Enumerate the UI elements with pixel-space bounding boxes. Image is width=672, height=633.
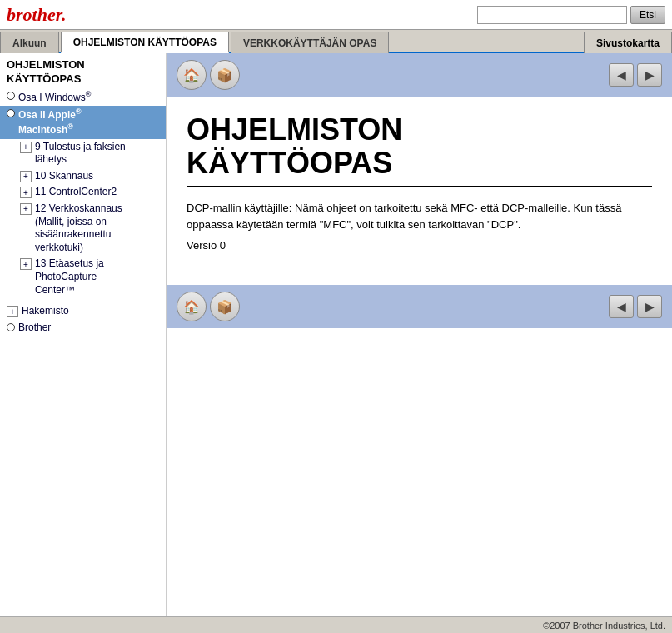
content-nav-bottom-right: ◀ ▶	[609, 295, 662, 318]
header: brother. Etsi	[0, 0, 672, 30]
prev-button-top[interactable]: ◀	[609, 63, 634, 87]
expand-plus-icon-11: +	[20, 187, 32, 198]
search-bar: Etsi	[75, 6, 665, 24]
toc-icon-bottom: 📦	[217, 299, 233, 315]
sidebar: OHJELMISTONKÄYTTÖOPAS Osa I Windows® Osa…	[0, 53, 167, 616]
expand-plus-icon-hakemisto: +	[7, 306, 18, 317]
sidebar-item-osa1[interactable]: Osa I Windows®	[0, 88, 166, 107]
home-button-bottom[interactable]: 🏠	[177, 292, 207, 321]
content-body: OHJELMISTONKÄYTTÖOPAS DCP-mallin käyttäj…	[167, 97, 672, 268]
toc-icon-top: 📦	[217, 67, 233, 83]
sidebar-item10-text: 10 Skannaus	[35, 170, 93, 183]
next-button-top[interactable]: ▶	[637, 63, 662, 87]
sidebar-item9-text: 9 Tulostus ja faksienlähetys	[35, 141, 126, 167]
bullet-closed-icon	[7, 109, 15, 117]
page-title: OHJELMISTONKÄYTTÖOPAS	[187, 113, 652, 187]
sidebar-item-10[interactable]: + 10 Skannaus	[0, 168, 166, 185]
expand-plus-icon-13: +	[20, 258, 32, 270]
main-layout: OHJELMISTONKÄYTTÖOPAS Osa I Windows® Osa…	[0, 53, 672, 616]
toc-button-top[interactable]: 📦	[210, 60, 240, 90]
sidebar-item-9[interactable]: + 9 Tulostus ja faksienlähetys	[0, 139, 166, 168]
sidebar-osa1-text: Osa I Windows®	[18, 90, 91, 105]
next-icon-bottom: ▶	[645, 300, 655, 313]
sidebar-item12-text: 12 Verkkoskannaus(Mallit, joissa onsisää…	[35, 202, 122, 254]
tab-verkko[interactable]: VERKKOKÄYTTÄJÄN OPAS	[231, 32, 389, 53]
content-nav-bottom: 🏠 📦 ◀ ▶	[167, 285, 672, 328]
content-nav-right-buttons: ◀ ▶	[609, 63, 662, 87]
home-icon-bottom: 🏠	[183, 299, 200, 315]
content-nav-top: 🏠 📦 ◀ ▶	[167, 53, 672, 97]
search-button[interactable]: Etsi	[630, 6, 665, 24]
expand-plus-icon-10: +	[20, 171, 32, 182]
sidebar-item-osa2[interactable]: Osa II Apple®Macintosh®	[0, 106, 166, 138]
expand-plus-icon-9: +	[20, 142, 32, 153]
sidebar-item-12[interactable]: + 12 Verkkoskannaus(Mallit, joissa onsis…	[0, 201, 166, 256]
footer: ©2007 Brother Industries, Ltd.	[0, 616, 672, 633]
logo: brother.	[7, 4, 67, 26]
sidebar-osa2-text: Osa II Apple®Macintosh®	[18, 107, 82, 137]
copyright-text: ©2007 Brother Industries, Ltd.	[543, 621, 665, 631]
sidebar-item-brother[interactable]: Brother	[0, 320, 166, 336]
bullet-open-icon	[7, 92, 15, 100]
sidebar-item-main-header[interactable]: OHJELMISTONKÄYTTÖOPAS	[0, 57, 166, 88]
sidebar-item11-text: 11 ControlCenter2	[35, 186, 117, 199]
prev-icon-bottom: ◀	[617, 300, 626, 313]
page-description: DCP-mallin käyttäjille: Nämä ohjeet on t…	[187, 200, 652, 232]
prev-button-bottom[interactable]: ◀	[609, 295, 634, 318]
expand-plus-icon-12: +	[20, 203, 32, 215]
sidebar-item13-text: 13 Etäasetus jaPhotoCaptureCenter™	[35, 257, 104, 297]
tab-alkuun[interactable]: Alkuun	[0, 32, 59, 53]
sivustokartta-link[interactable]: Sivustokartta	[584, 32, 672, 53]
home-icon-top: 🏠	[183, 67, 200, 83]
version-text: Versio 0	[187, 239, 652, 252]
sidebar-item-hakemisto[interactable]: + Hakemisto	[0, 303, 166, 320]
tab-ohjelmiston[interactable]: OHJELMISTON KÄYTTÖOPAS	[61, 32, 229, 53]
next-button-bottom[interactable]: ▶	[637, 295, 662, 318]
nav-tabs: Alkuun OHJELMISTON KÄYTTÖOPAS VERKKOKÄYT…	[0, 30, 672, 53]
sidebar-item-13[interactable]: + 13 Etäasetus jaPhotoCaptureCenter™	[0, 256, 166, 298]
sidebar-header-text: OHJELMISTONKÄYTTÖOPAS	[7, 58, 85, 87]
next-icon-top: ▶	[645, 68, 655, 82]
sidebar-brother-text: Brother	[18, 321, 51, 335]
home-button-top[interactable]: 🏠	[177, 60, 207, 90]
bullet-open-brother-icon	[7, 323, 15, 331]
sidebar-item-11[interactable]: + 11 ControlCenter2	[0, 184, 166, 201]
search-input[interactable]	[477, 6, 627, 24]
sidebar-hakemisto-text: Hakemisto	[22, 305, 69, 318]
toc-button-bottom[interactable]: 📦	[210, 292, 240, 321]
prev-icon-top: ◀	[617, 68, 626, 82]
content-nav-left-buttons: 🏠 📦	[177, 60, 240, 90]
content-area: 🏠 📦 ◀ ▶ OHJELMISTONKÄYTTÖOPAS DCP-mallin…	[167, 53, 672, 616]
content-nav-bottom-left: 🏠 📦	[177, 292, 240, 321]
